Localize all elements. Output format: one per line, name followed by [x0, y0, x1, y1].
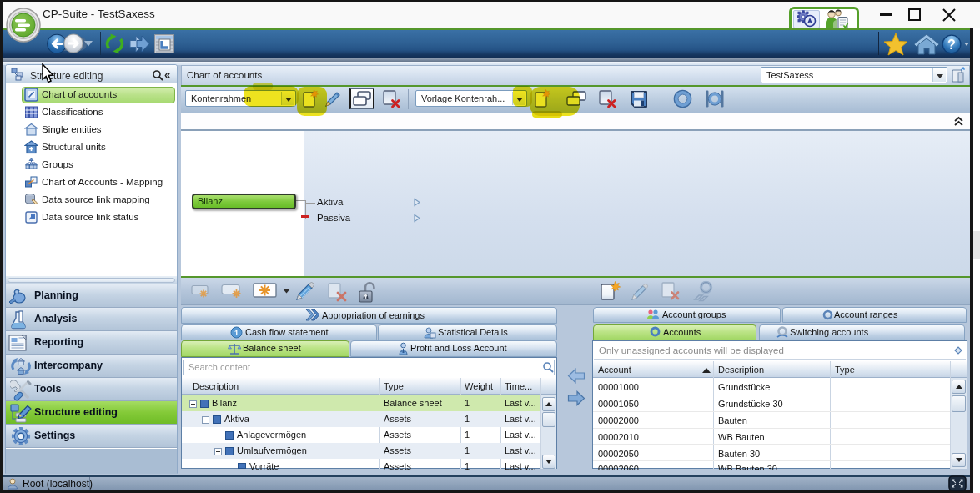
svg-text:?: ?: [947, 38, 956, 52]
svg-text:1: 1: [234, 329, 239, 337]
